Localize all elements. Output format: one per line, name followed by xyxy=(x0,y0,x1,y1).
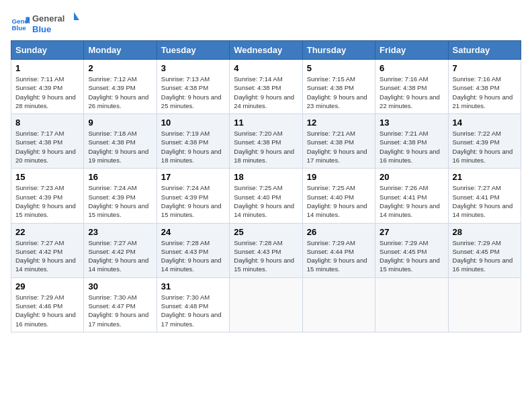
day-cell: 2 Sunrise: 7:12 AMSunset: 4:39 PMDayligh… xyxy=(84,60,157,114)
day-info: Sunrise: 7:27 AMSunset: 4:42 PMDaylight:… xyxy=(15,239,76,273)
day-info: Sunrise: 7:16 AMSunset: 4:38 PMDaylight:… xyxy=(453,75,513,109)
day-info: Sunrise: 7:20 AMSunset: 4:38 PMDaylight:… xyxy=(234,130,294,164)
day-cell xyxy=(448,277,521,332)
logo-svg: General Blue xyxy=(32,11,79,35)
day-number: 4 xyxy=(234,63,298,73)
column-header-sunday: Sunday xyxy=(11,41,84,60)
day-cell: 3 Sunrise: 7:13 AMSunset: 4:38 PMDayligh… xyxy=(157,60,229,114)
day-number: 3 xyxy=(161,63,225,73)
svg-text:Blue: Blue xyxy=(11,24,26,32)
day-info: Sunrise: 7:22 AMSunset: 4:39 PMDaylight:… xyxy=(453,130,513,164)
logo: General Blue General Blue xyxy=(11,11,79,35)
day-cell: 24 Sunrise: 7:28 AMSunset: 4:43 PMDaylig… xyxy=(157,223,229,277)
day-number: 18 xyxy=(234,172,298,182)
day-cell: 23 Sunrise: 7:27 AMSunset: 4:42 PMDaylig… xyxy=(84,223,157,277)
day-number: 5 xyxy=(307,63,371,73)
week-row-5: 29 Sunrise: 7:29 AMSunset: 4:46 PMDaylig… xyxy=(11,277,521,332)
day-cell: 12 Sunrise: 7:21 AMSunset: 4:38 PMDaylig… xyxy=(302,114,375,169)
day-info: Sunrise: 7:29 AMSunset: 4:45 PMDaylight:… xyxy=(453,239,513,273)
day-info: Sunrise: 7:16 AMSunset: 4:38 PMDaylight:… xyxy=(380,75,440,109)
day-cell: 10 Sunrise: 7:19 AMSunset: 4:38 PMDaylig… xyxy=(157,114,229,169)
week-row-3: 15 Sunrise: 7:23 AMSunset: 4:39 PMDaylig… xyxy=(11,169,521,223)
day-number: 11 xyxy=(234,118,298,128)
day-cell: 15 Sunrise: 7:23 AMSunset: 4:39 PMDaylig… xyxy=(11,169,84,223)
day-info: Sunrise: 7:28 AMSunset: 4:43 PMDaylight:… xyxy=(161,239,222,273)
day-cell: 30 Sunrise: 7:30 AMSunset: 4:47 PMDaylig… xyxy=(84,277,157,332)
day-cell: 11 Sunrise: 7:20 AMSunset: 4:38 PMDaylig… xyxy=(230,114,302,169)
day-info: Sunrise: 7:21 AMSunset: 4:38 PMDaylight:… xyxy=(380,130,440,164)
day-info: Sunrise: 7:23 AMSunset: 4:39 PMDaylight:… xyxy=(15,184,76,218)
day-cell: 14 Sunrise: 7:22 AMSunset: 4:39 PMDaylig… xyxy=(448,114,521,169)
day-info: Sunrise: 7:29 AMSunset: 4:46 PMDaylight:… xyxy=(15,293,76,328)
day-number: 2 xyxy=(88,63,152,73)
day-info: Sunrise: 7:17 AMSunset: 4:38 PMDaylight:… xyxy=(15,130,76,164)
day-info: Sunrise: 7:18 AMSunset: 4:38 PMDaylight:… xyxy=(88,130,148,164)
page-header: General Blue General Blue xyxy=(11,11,521,35)
logo-icon: General Blue xyxy=(11,13,30,32)
column-header-friday: Friday xyxy=(375,41,448,60)
column-header-tuesday: Tuesday xyxy=(157,41,229,60)
week-row-4: 22 Sunrise: 7:27 AMSunset: 4:42 PMDaylig… xyxy=(11,223,521,277)
day-cell: 28 Sunrise: 7:29 AMSunset: 4:45 PMDaylig… xyxy=(448,223,521,277)
day-number: 30 xyxy=(88,281,152,291)
day-number: 17 xyxy=(161,172,225,182)
day-cell: 21 Sunrise: 7:27 AMSunset: 4:41 PMDaylig… xyxy=(448,169,521,223)
day-cell: 13 Sunrise: 7:21 AMSunset: 4:38 PMDaylig… xyxy=(375,114,448,169)
day-cell: 4 Sunrise: 7:14 AMSunset: 4:38 PMDayligh… xyxy=(230,60,302,114)
day-info: Sunrise: 7:24 AMSunset: 4:39 PMDaylight:… xyxy=(88,184,148,218)
day-cell: 18 Sunrise: 7:25 AMSunset: 4:40 PMDaylig… xyxy=(230,169,302,223)
day-cell: 19 Sunrise: 7:25 AMSunset: 4:40 PMDaylig… xyxy=(302,169,375,223)
day-cell: 6 Sunrise: 7:16 AMSunset: 4:38 PMDayligh… xyxy=(375,60,448,114)
column-header-monday: Monday xyxy=(84,41,157,60)
day-info: Sunrise: 7:26 AMSunset: 4:41 PMDaylight:… xyxy=(380,184,440,218)
day-cell xyxy=(230,277,302,332)
day-info: Sunrise: 7:29 AMSunset: 4:45 PMDaylight:… xyxy=(380,239,440,273)
day-number: 27 xyxy=(380,227,443,237)
day-number: 20 xyxy=(380,172,443,182)
day-number: 12 xyxy=(307,118,371,128)
day-info: Sunrise: 7:30 AMSunset: 4:48 PMDaylight:… xyxy=(161,293,222,328)
day-cell: 9 Sunrise: 7:18 AMSunset: 4:38 PMDayligh… xyxy=(84,114,157,169)
day-number: 10 xyxy=(161,118,225,128)
day-number: 7 xyxy=(453,63,517,73)
day-number: 14 xyxy=(453,118,517,128)
day-number: 15 xyxy=(15,172,79,182)
day-cell: 17 Sunrise: 7:24 AMSunset: 4:39 PMDaylig… xyxy=(157,169,229,223)
day-info: Sunrise: 7:25 AMSunset: 4:40 PMDaylight:… xyxy=(307,184,367,218)
day-info: Sunrise: 7:24 AMSunset: 4:39 PMDaylight:… xyxy=(161,184,222,218)
day-cell: 1 Sunrise: 7:11 AMSunset: 4:39 PMDayligh… xyxy=(11,60,84,114)
day-cell xyxy=(302,277,375,332)
day-number: 23 xyxy=(88,227,152,237)
day-info: Sunrise: 7:11 AMSunset: 4:39 PMDaylight:… xyxy=(15,75,76,109)
day-info: Sunrise: 7:14 AMSunset: 4:38 PMDaylight:… xyxy=(234,75,294,109)
day-number: 19 xyxy=(307,172,371,182)
day-number: 31 xyxy=(161,281,225,291)
day-cell: 26 Sunrise: 7:29 AMSunset: 4:44 PMDaylig… xyxy=(302,223,375,277)
day-cell: 25 Sunrise: 7:28 AMSunset: 4:43 PMDaylig… xyxy=(230,223,302,277)
day-info: Sunrise: 7:13 AMSunset: 4:38 PMDaylight:… xyxy=(161,75,222,109)
calendar-table: SundayMondayTuesdayWednesdayThursdayFrid… xyxy=(11,40,521,332)
day-cell: 20 Sunrise: 7:26 AMSunset: 4:41 PMDaylig… xyxy=(375,169,448,223)
day-cell: 29 Sunrise: 7:29 AMSunset: 4:46 PMDaylig… xyxy=(11,277,84,332)
day-cell: 22 Sunrise: 7:27 AMSunset: 4:42 PMDaylig… xyxy=(11,223,84,277)
day-info: Sunrise: 7:21 AMSunset: 4:38 PMDaylight:… xyxy=(307,130,367,164)
day-number: 22 xyxy=(15,227,79,237)
svg-text:General: General xyxy=(32,13,64,24)
day-cell: 16 Sunrise: 7:24 AMSunset: 4:39 PMDaylig… xyxy=(84,169,157,223)
day-number: 6 xyxy=(380,63,443,73)
day-cell: 27 Sunrise: 7:29 AMSunset: 4:45 PMDaylig… xyxy=(375,223,448,277)
day-info: Sunrise: 7:27 AMSunset: 4:41 PMDaylight:… xyxy=(453,184,513,218)
day-number: 8 xyxy=(15,118,79,128)
day-cell: 7 Sunrise: 7:16 AMSunset: 4:38 PMDayligh… xyxy=(448,60,521,114)
day-cell: 31 Sunrise: 7:30 AMSunset: 4:48 PMDaylig… xyxy=(157,277,229,332)
day-info: Sunrise: 7:27 AMSunset: 4:42 PMDaylight:… xyxy=(88,239,148,273)
day-number: 26 xyxy=(307,227,371,237)
column-header-saturday: Saturday xyxy=(448,41,521,60)
day-info: Sunrise: 7:15 AMSunset: 4:38 PMDaylight:… xyxy=(307,75,367,109)
column-header-wednesday: Wednesday xyxy=(230,41,302,60)
day-cell: 8 Sunrise: 7:17 AMSunset: 4:38 PMDayligh… xyxy=(11,114,84,169)
day-number: 1 xyxy=(15,63,79,73)
svg-marker-6 xyxy=(74,12,79,20)
header-row: SundayMondayTuesdayWednesdayThursdayFrid… xyxy=(11,41,521,60)
day-info: Sunrise: 7:19 AMSunset: 4:38 PMDaylight:… xyxy=(161,130,222,164)
